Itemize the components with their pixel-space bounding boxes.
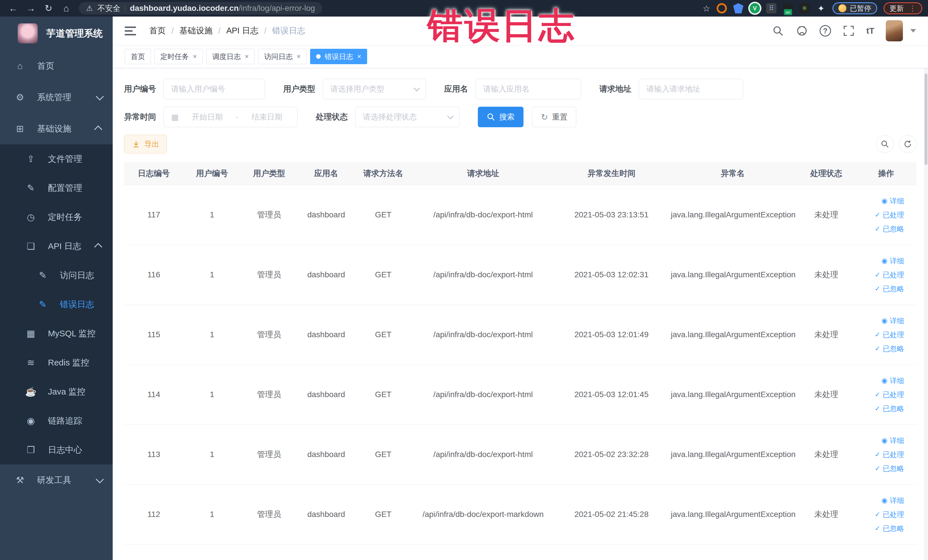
close-icon[interactable]: × xyxy=(297,52,301,61)
cell-id: 115 xyxy=(124,305,183,365)
action-detail-link[interactable]: ◉详细 xyxy=(882,256,904,266)
sidebar-item-access-log[interactable]: ✎访问日志 xyxy=(0,261,113,290)
action-ignored-link[interactable]: ✓已忽略 xyxy=(875,344,904,354)
extension-switch-icon[interactable]: on xyxy=(783,3,793,14)
sidebar-item-infrastructure[interactable]: ⊞基础设施 xyxy=(0,113,113,144)
forward-icon[interactable]: → xyxy=(23,3,38,14)
toggle-search-button[interactable] xyxy=(876,135,894,153)
action-ignored-link[interactable]: ✓已忽略 xyxy=(875,404,904,414)
tab-错误日志[interactable]: 错误日志× xyxy=(310,49,367,64)
close-icon[interactable]: × xyxy=(357,52,361,61)
sidebar-item-file-management[interactable]: ⇪文件管理 xyxy=(0,144,113,174)
breadcrumb-item-home[interactable]: 首页 xyxy=(149,25,166,37)
cell-status: 未处理 xyxy=(797,484,856,544)
sidebar-item-system-management[interactable]: ⚙系统管理 xyxy=(0,82,113,113)
tab-定时任务[interactable]: 定时任务× xyxy=(154,49,203,64)
sidebar-item-mysql-monitor[interactable]: ▦MySQL 监控 xyxy=(0,319,113,348)
action-processed-link[interactable]: ✓已处理 xyxy=(875,450,904,459)
back-icon[interactable]: ← xyxy=(6,3,21,14)
extension-orange-ring-icon[interactable] xyxy=(717,3,727,14)
kebab-menu-icon[interactable]: ⋮ xyxy=(909,4,916,13)
action-detail-link[interactable]: ◉详细 xyxy=(882,316,904,325)
exception-time-range-picker[interactable]: ▦ 开始日期 - 结束日期 xyxy=(163,107,298,127)
document-edit-icon: ✎ xyxy=(37,270,49,281)
request-url-input[interactable] xyxy=(639,79,743,99)
sidebar-item-config-management[interactable]: ✎配置管理 xyxy=(0,174,113,203)
cell-method: GET xyxy=(355,305,412,365)
page-scrollbar[interactable] xyxy=(924,17,928,560)
process-status-select[interactable]: 请选择处理状态 xyxy=(355,107,459,127)
sidebar-item-api-log[interactable]: ❏API 日志 xyxy=(0,232,113,261)
cell-user_id: 1 xyxy=(183,424,241,484)
action-detail-link[interactable]: ◉详细 xyxy=(882,376,904,385)
export-button[interactable]: 导出 xyxy=(124,135,167,154)
action-processed-link[interactable]: ✓已处理 xyxy=(875,330,904,339)
column-header: 操作 xyxy=(856,162,917,185)
search-button[interactable]: 搜索 xyxy=(478,107,524,127)
action-ignored-link[interactable]: ✓已忽略 xyxy=(875,464,904,473)
extension-blue-shield-icon[interactable] xyxy=(733,3,743,14)
breadcrumb-item-api-log[interactable]: API 日志 xyxy=(226,25,258,37)
action-processed-link[interactable]: ✓已处理 xyxy=(875,510,904,519)
github-icon[interactable] xyxy=(796,24,808,37)
search-icon[interactable] xyxy=(772,24,784,37)
database-icon: ▦ xyxy=(25,328,37,339)
sidebar-item-trace[interactable]: ◉链路追踪 xyxy=(0,406,113,435)
sidebar-item-error-log[interactable]: ✎错误日志 xyxy=(0,290,113,319)
action-label: 已处理 xyxy=(883,510,904,519)
tab-访问日志[interactable]: 访问日志× xyxy=(258,49,307,64)
sidebar-item-home[interactable]: ⌂首页 xyxy=(0,50,113,82)
tab-调度日志[interactable]: 调度日志× xyxy=(206,49,255,64)
extension-puzzle-icon[interactable]: ✦ xyxy=(816,3,826,14)
action-processed-link[interactable]: ✓已处理 xyxy=(875,390,904,400)
user-type-select[interactable]: 请选择用户类型 xyxy=(323,79,426,99)
extension-leaf-icon[interactable]: ✳ xyxy=(799,3,810,14)
sidebar-item-scheduled-jobs[interactable]: ◷定时任务 xyxy=(0,203,113,232)
action-processed-link[interactable]: ✓已处理 xyxy=(875,270,904,279)
sidebar-item-redis-monitor[interactable]: ≋Redis 监控 xyxy=(0,348,113,377)
user-avatar[interactable] xyxy=(886,20,903,41)
chevron-down-icon xyxy=(96,92,104,101)
font-size-icon[interactable]: tT xyxy=(866,26,875,36)
fullscreen-icon[interactable] xyxy=(843,24,855,37)
reset-button[interactable]: ↻ 重置 xyxy=(532,107,576,127)
home-icon[interactable]: ⌂ xyxy=(59,3,73,14)
extension-green-v-icon[interactable]: V xyxy=(750,3,760,14)
bookmark-star-icon[interactable]: ☆ xyxy=(703,3,710,14)
cell-id: 117 xyxy=(124,185,183,245)
app-name-input[interactable] xyxy=(476,79,581,99)
breadcrumb-item-infrastructure[interactable]: 基础设施 xyxy=(179,25,212,37)
cell-user_type: 管理员 xyxy=(241,305,298,365)
close-icon[interactable]: × xyxy=(245,52,249,61)
action-processed-link[interactable]: ✓已处理 xyxy=(875,210,904,220)
not-secure-warning-icon[interactable]: ⚠ xyxy=(86,4,93,13)
app-logo-row[interactable]: 芋道管理系统 xyxy=(0,17,113,50)
reload-icon[interactable]: ↻ xyxy=(41,3,56,14)
paused-extension-pill[interactable]: 已暂停 xyxy=(832,2,877,14)
help-icon[interactable]: ? xyxy=(820,25,831,37)
column-header: 用户编号 xyxy=(183,162,241,185)
action-detail-link[interactable]: ◉详细 xyxy=(882,196,904,206)
extension-grid-icon[interactable]: ⠿ xyxy=(766,3,777,14)
filter-user-type: 用户类型 请选择用户类型 xyxy=(283,79,426,99)
update-browser-button[interactable]: 更新 ⋮ xyxy=(884,2,922,14)
close-icon[interactable]: × xyxy=(193,52,197,61)
action-ignored-link[interactable]: ✓已忽略 xyxy=(875,524,904,533)
chevron-down-icon[interactable] xyxy=(910,29,916,32)
collapse-sidebar-icon[interactable] xyxy=(125,26,136,35)
cell-url: /api/infra/db-doc/export-html xyxy=(412,305,554,365)
sidebar-item-dev-tools[interactable]: ⚒研发工具 xyxy=(0,464,113,496)
sidebar-item-java-monitor[interactable]: ☕Java 监控 xyxy=(0,377,113,406)
scrollbar-thumb[interactable] xyxy=(925,73,927,165)
action-ignored-link[interactable]: ✓已忽略 xyxy=(875,284,904,293)
action-ignored-link[interactable]: ✓已忽略 xyxy=(875,224,904,233)
refresh-table-button[interactable] xyxy=(899,135,917,153)
action-detail-link[interactable]: ◉详细 xyxy=(882,436,904,445)
sidebar-item-log-center[interactable]: ❒日志中心 xyxy=(0,435,113,464)
tab-首页[interactable]: 首页 xyxy=(125,49,151,64)
column-header: 处理状态 xyxy=(797,162,856,185)
action-detail-link[interactable]: ◉详细 xyxy=(882,496,904,505)
address-bar[interactable]: ⚠ 不安全 dashboard.yudao.iocoder.cn/infra/l… xyxy=(79,2,322,15)
sidebar-item-label: 链路追踪 xyxy=(48,415,82,427)
user-id-input[interactable] xyxy=(163,79,265,99)
